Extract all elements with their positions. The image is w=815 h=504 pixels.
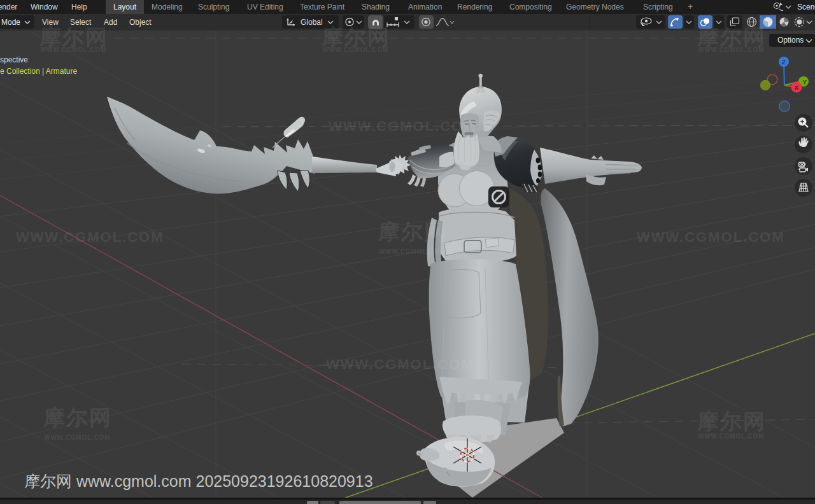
svg-text:X: X [795, 84, 799, 91]
svg-text:Y: Y [803, 78, 807, 85]
svg-text:Z: Z [782, 59, 786, 66]
